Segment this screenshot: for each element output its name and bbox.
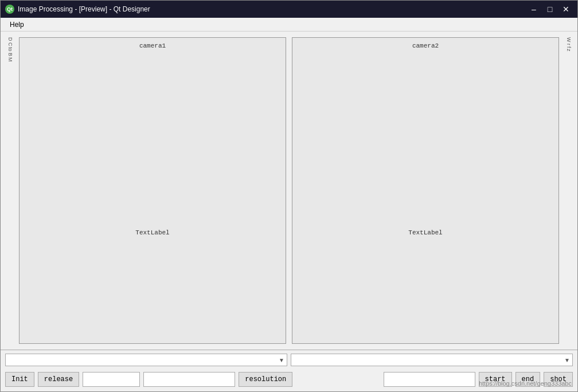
sidebar-letter-m: M (6, 57, 13, 62)
dropdown2[interactable]: ▼ (291, 354, 573, 366)
title-bar: Qt Image Processing - [Preview] - Qt Des… (1, 1, 577, 18)
window-controls: – □ ✕ (527, 3, 573, 15)
left-sidebar: D C to B M (6, 37, 13, 344)
sidebar-letter-d: D (6, 37, 13, 41)
dropdown2-arrow: ▼ (564, 357, 570, 363)
app-icon: Qt (5, 5, 14, 14)
right-sidebar: W r f z (565, 37, 572, 344)
close-button[interactable]: ✕ (559, 3, 573, 15)
init-button[interactable]: Init (5, 372, 34, 387)
camera1-label: camera1 (139, 42, 166, 49)
right-sidebar-letter-w: W (565, 37, 572, 42)
menu-item-help[interactable]: Help (5, 19, 29, 30)
sidebar-letter-c: C (6, 42, 13, 46)
menu-bar: Help (1, 18, 577, 32)
right-sidebar-letter-r: r (565, 44, 572, 45)
camera2-label: camera2 (412, 42, 439, 49)
sidebar-letter-b: B (6, 53, 13, 56)
title-bar-left: Qt Image Processing - [Preview] - Qt Des… (5, 5, 150, 14)
camera2-panel: camera2 TextLabel (292, 37, 559, 344)
input3[interactable] (384, 372, 475, 387)
sidebar-letter-to: to (6, 47, 13, 52)
right-sidebar-letter-f: f (565, 46, 572, 48)
restore-button[interactable]: □ (543, 3, 557, 15)
watermark: https://blog.csdn.net/geng333abc (479, 380, 572, 387)
cameras-container: camera1 TextLabel camera2 TextLabel (19, 37, 559, 344)
minimize-button[interactable]: – (527, 3, 541, 15)
camera2-text-label: TextLabel (408, 229, 442, 236)
release-button[interactable]: release (38, 372, 79, 387)
camera1-panel: camera1 TextLabel (19, 37, 286, 344)
input2[interactable] (143, 372, 235, 387)
camera1-text-label: TextLabel (135, 229, 169, 236)
dropdown1[interactable]: ▼ (5, 354, 287, 366)
window-title: Image Processing - [Preview] - Qt Design… (18, 5, 150, 13)
dropdown-row: ▼ ▼ (1, 350, 577, 370)
right-sidebar-letter-z: z (565, 49, 572, 52)
dropdown1-arrow: ▼ (279, 357, 284, 363)
main-window: Qt Image Processing - [Preview] - Qt Des… (0, 0, 578, 392)
camera-row: camera1 TextLabel camera2 TextLabel (19, 37, 559, 344)
input1[interactable] (83, 372, 140, 387)
main-content: D C to B M camera1 TextLabel camera2 (1, 32, 577, 391)
canvas-area: D C to B M camera1 TextLabel camera2 (1, 32, 577, 350)
resolution-button[interactable]: resolution (239, 372, 292, 387)
